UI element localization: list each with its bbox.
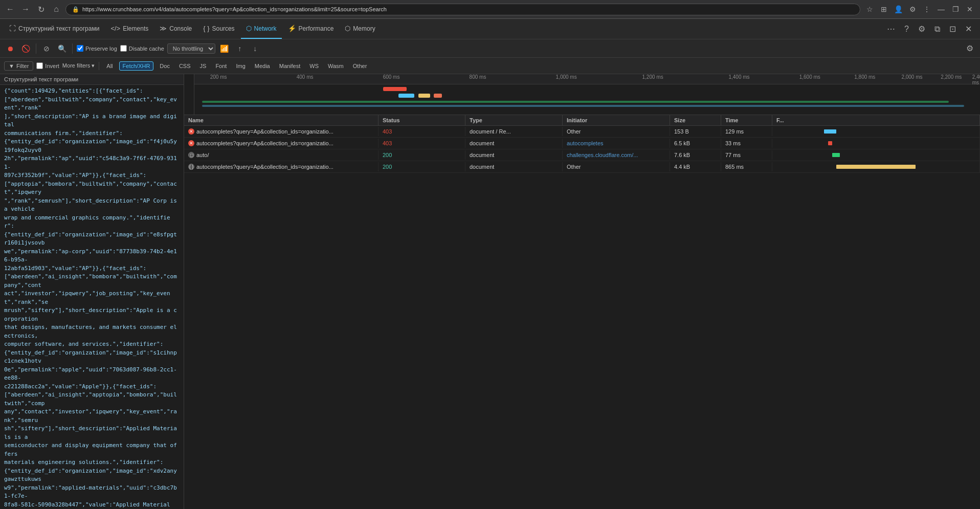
tab-performance[interactable]: ⚡ Performance (283, 19, 339, 39)
menu-button[interactable]: ⋮ (921, 3, 933, 15)
devtools-dock-button[interactable]: ⊡ (945, 24, 960, 34)
devtools-help-button[interactable]: ? (900, 25, 913, 34)
filter-fetch-xhr[interactable]: Fetch/XHR (119, 61, 154, 71)
network-toolbar: ⏺ 🚫 ⊘ 🔍 Preserve log Disable cache No th… (0, 39, 980, 58)
row3-icon: ◻ (188, 152, 194, 158)
devtools-more-button[interactable]: ⋯ (883, 24, 899, 34)
minimize-button[interactable]: — (935, 3, 947, 15)
row2-size: 6.5 kB (670, 139, 721, 148)
source-content[interactable]: {"count":149429,"entities":[{"facet_ids"… (0, 85, 184, 509)
preserve-log-label[interactable]: Preserve log (77, 45, 117, 52)
filter-js[interactable]: JS (197, 62, 210, 70)
settings-button[interactable]: ⚙ (906, 3, 919, 15)
row2-type: document (465, 139, 563, 148)
refresh-button[interactable]: ↻ (35, 3, 47, 15)
devtools-settings-button[interactable]: ⚙ (914, 24, 929, 34)
filter-wasm[interactable]: Wasm (325, 62, 347, 70)
row2-status: 403 (378, 139, 465, 148)
devtools-detach-button[interactable]: ⧉ (930, 25, 944, 34)
disable-cache-label[interactable]: Disable cache (120, 45, 164, 52)
filter-manifest[interactable]: Manifest (276, 62, 304, 70)
header-type[interactable]: Type (465, 115, 563, 125)
timeline-label-800: 800 ms (470, 74, 486, 80)
console-icon: ≫ (160, 25, 167, 32)
filter-img[interactable]: Img (233, 62, 248, 70)
extensions-button[interactable]: ⊞ (878, 3, 890, 15)
table-row[interactable]: ◻ auto/ 200 document challenges.cloudfla… (184, 149, 980, 161)
row1-name[interactable]: ✕ autocompletes?query=Ap&collection_ids=… (184, 127, 378, 136)
tab-elements-label: Elements (123, 25, 148, 32)
tab-console-label: Console (169, 25, 192, 32)
download-button[interactable]: ↓ (249, 42, 261, 55)
header-size[interactable]: Size (670, 115, 721, 125)
header-name[interactable]: Name (184, 115, 378, 125)
home-button[interactable]: ⌂ (50, 3, 62, 15)
disable-cache-checkbox[interactable] (120, 45, 127, 52)
main-area: Структурний текст програми {"count":1494… (0, 74, 980, 509)
tab-sources-label: Sources (212, 25, 235, 32)
online-icon[interactable]: 📶 (218, 42, 231, 55)
row3-type: document (465, 150, 563, 160)
devtools-settings-gear[interactable]: ⚙ (964, 42, 976, 55)
row2-name[interactable]: ✕ autocompletes?query=Ap&collection_ids=… (184, 139, 378, 148)
header-initiator[interactable]: Initiator (563, 115, 670, 125)
back-button[interactable]: ← (4, 3, 16, 15)
search-button[interactable]: 🔍 (56, 42, 68, 55)
tab-memory[interactable]: ⬡ Memory (340, 19, 380, 39)
close-button[interactable]: ✕ (964, 3, 976, 15)
row3-status: 200 (378, 150, 465, 160)
timeline-label-400: 400 ms (297, 74, 314, 80)
bookmark-button[interactable]: ☆ (863, 3, 876, 15)
header-waterfall[interactable]: F... (772, 115, 980, 125)
tab-elements[interactable]: </> Elements (105, 19, 153, 39)
invert-label[interactable]: Invert (36, 62, 59, 69)
tab-network[interactable]: ⬡ Network (241, 19, 282, 39)
header-status[interactable]: Status (378, 115, 465, 125)
forward-button[interactable]: → (19, 3, 32, 15)
preserve-log-checkbox[interactable] (77, 45, 83, 52)
table-row[interactable]: ✕ autocompletes?query=Ap&collection_ids=… (184, 138, 980, 149)
row2-waterfall (772, 138, 980, 149)
throttle-select[interactable]: No throttling (167, 43, 215, 54)
restore-button[interactable]: ❐ (949, 3, 962, 15)
filter-css[interactable]: CSS (176, 62, 194, 70)
profile-button[interactable]: 👤 (892, 3, 904, 15)
row4-size: 4.4 kB (670, 162, 721, 171)
row3-initiator[interactable]: challenges.cloudflare.com/... (563, 150, 670, 160)
row2-initiator[interactable]: autocompletes (563, 139, 670, 148)
row1-status: 403 (378, 127, 465, 136)
row1-time: 129 ms (721, 127, 772, 136)
record-button[interactable]: ⏺ (4, 42, 16, 55)
elements-icon: </> (110, 25, 120, 32)
header-time[interactable]: Time (721, 115, 772, 125)
filter-doc[interactable]: Doc (157, 62, 173, 70)
filter-media[interactable]: Media (252, 62, 273, 70)
upload-button[interactable]: ↑ (234, 42, 246, 55)
filter-font[interactable]: Font (212, 62, 230, 70)
invert-checkbox[interactable] (36, 62, 43, 69)
performance-icon: ⚡ (288, 25, 296, 32)
filter-all[interactable]: All (103, 62, 116, 70)
row1-initiator: Other (563, 127, 670, 136)
tab-network-label: Network (254, 25, 277, 32)
filter-toggle-button[interactable]: ⊘ (40, 42, 53, 55)
table-row[interactable]: { } autocompletes?query=Ap&collection_id… (184, 161, 980, 173)
filter-other[interactable]: Other (350, 62, 370, 70)
tab-memory-label: Memory (353, 25, 375, 32)
tab-sources[interactable]: { } Sources (198, 19, 239, 39)
timeline-label-1400: 1,400 ms (728, 74, 749, 80)
network-table[interactable]: Name Status Type Initiator Size Time F..… (184, 115, 980, 509)
timeline-label-2000: 2,000 ms (901, 74, 922, 80)
clear-button[interactable]: 🚫 (19, 42, 32, 55)
filter-ws[interactable]: WS (306, 62, 322, 70)
table-row[interactable]: ✕ autocompletes?query=Ap&collection_ids=… (184, 126, 980, 138)
more-filters-button[interactable]: More filters ▾ (62, 62, 95, 69)
address-bar[interactable]: 🔒 https://www.crunchbase.com/v4/data/aut… (65, 4, 860, 15)
row3-name[interactable]: ◻ auto/ (184, 150, 378, 160)
row4-name[interactable]: { } autocompletes?query=Ap&collection_id… (184, 162, 378, 171)
timeline-bar-2a (398, 94, 414, 98)
devtools-close-button[interactable]: ✕ (961, 24, 976, 34)
filter-button[interactable]: ▼ Filter (4, 61, 33, 71)
tab-inspector[interactable]: ⛶ Структурний текст програми (4, 19, 104, 39)
tab-console[interactable]: ≫ Console (154, 19, 197, 39)
